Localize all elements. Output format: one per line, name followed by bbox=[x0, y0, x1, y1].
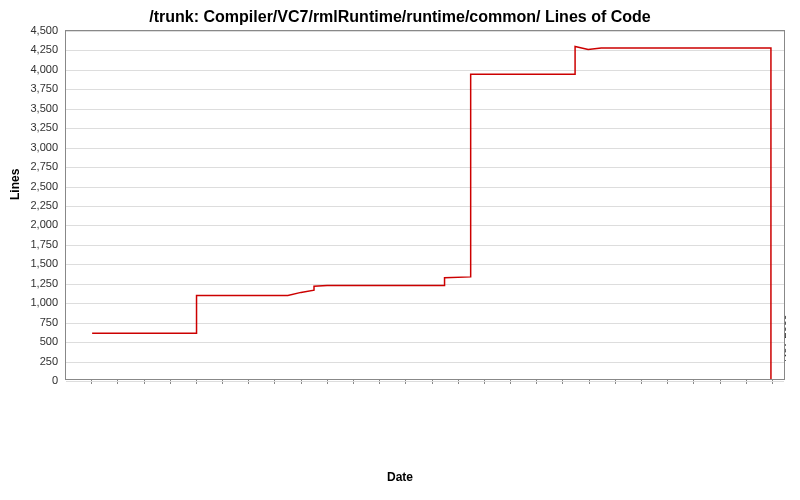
y-tick-label: 4,000 bbox=[8, 63, 58, 75]
y-tick-label: 3,750 bbox=[8, 82, 58, 94]
y-tick-label: 1,000 bbox=[8, 296, 58, 308]
y-tick-label: 2,250 bbox=[8, 199, 58, 211]
y-tick-label: 3,500 bbox=[8, 102, 58, 114]
y-tick-label: 1,750 bbox=[8, 238, 58, 250]
y-tick-label: 750 bbox=[8, 316, 58, 328]
grid-line bbox=[66, 381, 784, 382]
y-tick-label: 4,250 bbox=[8, 43, 58, 55]
y-tick-label: 3,250 bbox=[8, 121, 58, 133]
line-series bbox=[66, 31, 784, 379]
y-tick-label: 3,000 bbox=[8, 141, 58, 153]
y-tick-label: 2,500 bbox=[8, 180, 58, 192]
y-tick-label: 1,250 bbox=[8, 277, 58, 289]
y-tick-label: 250 bbox=[8, 355, 58, 367]
x-axis-title: Date bbox=[0, 470, 800, 484]
y-tick-label: 4,500 bbox=[8, 24, 58, 36]
series-line bbox=[92, 47, 771, 379]
y-tick-label: 0 bbox=[8, 374, 58, 386]
y-tick-label: 500 bbox=[8, 335, 58, 347]
chart-container: /trunk: Compiler/VC7/rmlRuntime/runtime/… bbox=[0, 0, 800, 500]
y-tick-label: 1,500 bbox=[8, 257, 58, 269]
chart-title: /trunk: Compiler/VC7/rmlRuntime/runtime/… bbox=[0, 0, 800, 30]
y-tick-label: 2,750 bbox=[8, 160, 58, 172]
plot-area bbox=[65, 30, 785, 380]
y-tick-label: 2,000 bbox=[8, 218, 58, 230]
